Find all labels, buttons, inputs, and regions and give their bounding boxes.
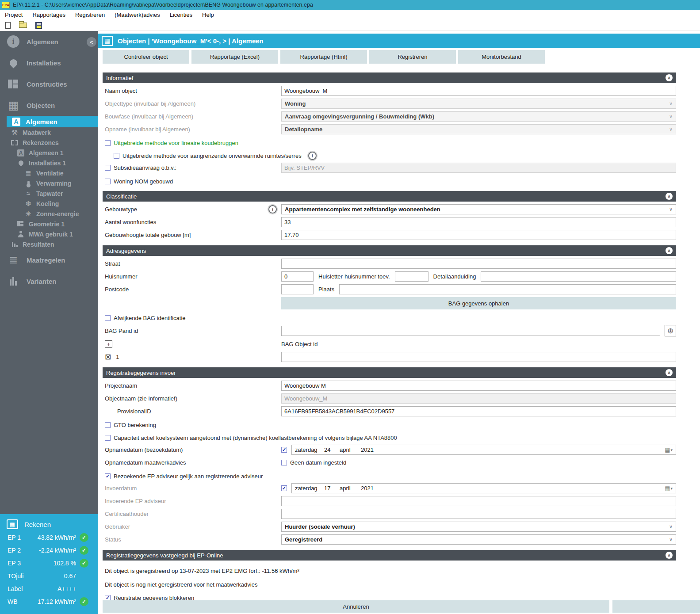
add-row-button[interactable]: + [105, 340, 112, 348]
aantal-woonfuncties-input[interactable] [281, 217, 676, 227]
subsidie-input[interactable] [281, 163, 676, 173]
gto-checkbox[interactable]: ✓ [105, 422, 111, 428]
rapportage-html-button[interactable]: Rapportage (Html) [280, 50, 367, 64]
collapse-section-icon[interactable]: ∧ [666, 247, 673, 254]
sidebar-item-constructies[interactable]: Constructies [0, 73, 98, 95]
collapse-section-icon[interactable]: ∧ [666, 74, 673, 81]
info-icon[interactable]: i [308, 152, 317, 160]
sidebar-item-resultaten[interactable]: Resultaten [0, 239, 98, 249]
huisletter-input[interactable] [395, 271, 428, 282]
straat-input[interactable] [281, 259, 676, 269]
gebouwtype-select[interactable]: Appartementencomplex met zelfstandige wo… [281, 204, 676, 214]
sidebar-item-rekenzones[interactable]: Rekenzones [0, 137, 98, 148]
koudebruggen-checkbox[interactable]: ✓ [105, 140, 111, 146]
geen-datum-checkbox[interactable]: ✓ [281, 460, 287, 465]
menu-bar: Project Rapportages Registreren (Maatwer… [0, 10, 700, 20]
sidebar-item-algemeen[interactable]: i Algemeen [0, 31, 98, 52]
controleer-object-button[interactable]: Controleer object [103, 50, 189, 64]
sidebar-item-algemeen-active[interactable]: A Algemeen [7, 116, 98, 127]
collapse-section-icon[interactable]: ∧ [666, 369, 673, 376]
sidebar-item-zonne-energie[interactable]: ☀ Zonne-energie [0, 209, 98, 219]
letter-a-icon: A [12, 118, 20, 126]
calendar-icon[interactable]: ▦▾ [665, 485, 673, 492]
invoerende-adviseur-input[interactable] [281, 496, 676, 506]
huisnummer-input[interactable] [281, 271, 314, 282]
row-gebouwtype: Gebouwtypei Appartementencomplex met zel… [105, 204, 676, 214]
opnamedatum-checkbox[interactable]: ✓ [281, 447, 287, 453]
globe-button[interactable]: ⊕ [665, 325, 676, 336]
droplet-icon [17, 160, 24, 167]
sidebar-item-maatregelen[interactable]: ≣ Maatregelen [0, 249, 98, 271]
row-gebouwhoogte: Gebouwhoogte totale gebouw [m] [105, 230, 676, 240]
menu-rapportages[interactable]: Rapportages [27, 10, 70, 20]
annuleren-button[interactable]: Annuleren [103, 600, 609, 613]
sidebar-item-objecten[interactable]: ▦ Objecten [0, 95, 98, 116]
sidebar-item-geometrie-1[interactable]: Geometrie 1 [0, 219, 98, 229]
sidebar-item-installaties[interactable]: Installaties [0, 52, 98, 73]
sidebar-item-installaties-1[interactable]: Installaties 1 [0, 158, 98, 168]
invoerdatum-checkbox[interactable]: ✓ [281, 485, 287, 491]
footer-secondary-button[interactable] [612, 600, 700, 613]
status-select[interactable]: Geregistreerd∨ [281, 534, 676, 545]
save-icon[interactable] [35, 22, 42, 29]
registratie-blokkeren-checkbox[interactable]: ✓ [105, 595, 111, 601]
collapse-section-icon[interactable]: ∧ [666, 552, 673, 559]
projectnaam-input[interactable] [281, 381, 676, 391]
sidebar-item-maatwerk[interactable]: ⚒ Maatwerk [0, 127, 98, 137]
monitorbestand-button[interactable]: Monitorbestand [458, 50, 545, 64]
sidebar-item-tapwater[interactable]: ≈ Tapwater [0, 188, 98, 198]
row-afwijkende-bag: ✓ Afwijkende BAG identificatie [105, 313, 676, 322]
menu-licenties[interactable]: Licenties [165, 10, 197, 20]
calendar-icon[interactable]: ▦▾ [665, 446, 673, 453]
postcode-input[interactable] [281, 284, 314, 294]
sidebar-item-mwa-gebruik-1[interactable]: MWA gebruik 1 [0, 229, 98, 239]
page-title: Objecten | 'Woongebouw_M'< 0-, > | Algem… [118, 37, 264, 45]
menu-help[interactable]: Help [197, 10, 219, 20]
bag-object-id-input[interactable] [281, 352, 676, 362]
menu-maatwerkadvies[interactable]: (Maatwerk)advies [110, 10, 165, 20]
row-gto: ✓ GTO berekening [105, 420, 676, 429]
info-icon[interactable]: i [268, 205, 277, 214]
sidebar-item-verwarming[interactable]: Verwarming [0, 178, 98, 188]
provisional-id-input[interactable] [281, 406, 676, 416]
delete-row-icon[interactable]: ⊠ [105, 352, 111, 362]
bouwfase-select[interactable]: Aanvraag omgevingsvergunning / Bouwmeldi… [281, 111, 676, 122]
result-row-ep2: EP 2 -2.24 kWh/m² ✓ [0, 544, 98, 557]
capaciteit-checkbox[interactable]: ✓ [105, 435, 111, 441]
nom-checkbox[interactable]: ✓ [105, 179, 111, 184]
menu-project[interactable]: Project [0, 10, 27, 20]
bezoekende-checkbox[interactable]: ✓ [105, 473, 111, 479]
rapportage-excel-button[interactable]: Rapportage (Excel) [191, 50, 278, 64]
new-file-icon[interactable] [5, 22, 11, 29]
menu-registreren[interactable]: Registreren [70, 10, 110, 20]
plaats-input[interactable] [339, 284, 676, 294]
collapse-section-icon[interactable]: ∧ [666, 193, 673, 200]
registreren-button[interactable]: Registreren [369, 50, 456, 64]
letter-a-icon: A [17, 149, 24, 156]
row-bag-object-id: ⊠ 1 [105, 352, 676, 362]
sidebar-item-koeling[interactable]: ❄ Koeling [0, 198, 98, 209]
bag-pand-id-input[interactable] [281, 326, 660, 336]
sidebar-item-varianten[interactable]: Varianten [0, 271, 98, 292]
opnamedatum-field[interactable]: zaterdag 24 april 2021 ▦▾ [291, 445, 676, 455]
objecttype-select[interactable]: Woning∨ [281, 99, 676, 109]
bag-gegevens-ophalen-button[interactable]: BAG gegevens ophalen [281, 297, 676, 309]
rekenen-button[interactable]: ▦ Rekenen [0, 514, 98, 531]
row-projectnaam: Projectnaam [105, 381, 676, 391]
certificaathouder-input[interactable] [281, 509, 676, 519]
open-folder-icon[interactable] [19, 23, 27, 28]
sidebar-item-algemeen-1[interactable]: A Algemeen 1 [0, 148, 98, 158]
serres-checkbox[interactable]: ✓ [114, 153, 119, 159]
check-circle-icon: ✓ [80, 546, 88, 555]
subsidie-checkbox[interactable]: ✓ [105, 165, 111, 171]
invoerdatum-field[interactable]: zaterdag 17 april 2021 ▦▾ [291, 483, 676, 493]
sidebar-collapse-button[interactable]: < [87, 37, 96, 47]
afwijkende-bag-checkbox[interactable]: ✓ [105, 315, 111, 321]
naam-object-input[interactable] [281, 86, 676, 96]
result-row-ep3: EP 3 102.8 % ✓ [0, 557, 98, 569]
detailaanduiding-input[interactable] [481, 271, 676, 282]
opname-select[interactable]: Detailopname∨ [281, 124, 676, 134]
gebruiker-select[interactable]: Huurder (sociale verhuur)∨ [281, 522, 676, 532]
sidebar-item-ventilatie[interactable]: ≣ Ventilatie [0, 168, 98, 178]
gebouwhoogte-input[interactable] [281, 230, 676, 240]
